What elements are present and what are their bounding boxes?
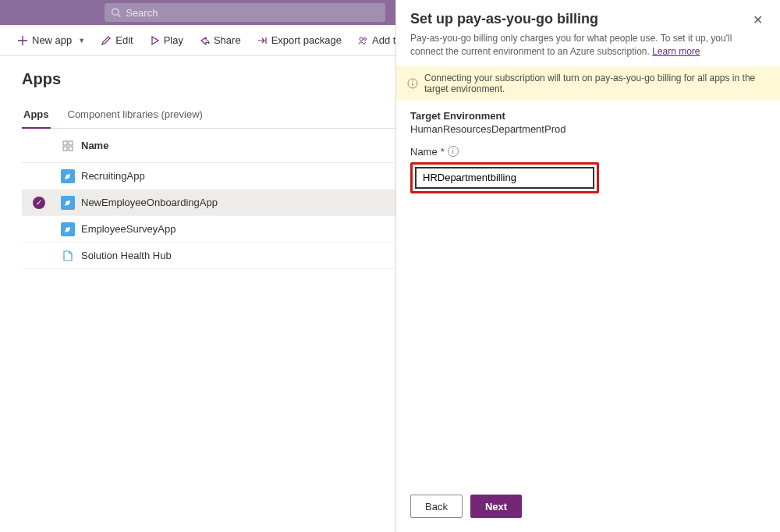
- cmd-label: New app: [32, 34, 72, 46]
- search-icon: [111, 7, 121, 18]
- teams-icon: [357, 35, 368, 46]
- close-icon[interactable]: ✕: [750, 11, 766, 29]
- panel-title: Set up pay-as-you-go billing: [410, 11, 598, 27]
- cmd-label: Export package: [271, 34, 342, 46]
- layout-icon[interactable]: [56, 140, 80, 151]
- svg-point-3: [363, 37, 366, 40]
- learn-more-link[interactable]: Learn more: [652, 46, 700, 57]
- plus-icon: [17, 35, 28, 46]
- svg-rect-8: [69, 147, 73, 151]
- svg-point-2: [360, 37, 363, 41]
- play-button[interactable]: Play: [141, 25, 191, 56]
- share-button[interactable]: Share: [191, 25, 249, 56]
- svg-line-1: [118, 14, 120, 16]
- cmd-label: Play: [164, 34, 183, 46]
- canvas-app-icon: [61, 196, 75, 210]
- solution-hub-icon: [61, 249, 75, 263]
- required-indicator: *: [441, 146, 445, 158]
- billing-panel: Set up pay-as-you-go billing ✕ Pay-as-yo…: [395, 0, 780, 532]
- global-search[interactable]: [105, 3, 385, 22]
- row-selected-indicator[interactable]: [33, 197, 45, 209]
- billing-name-input[interactable]: [415, 167, 594, 189]
- svg-rect-6: [69, 141, 73, 145]
- svg-rect-11: [412, 83, 413, 86]
- pencil-icon: [101, 35, 112, 46]
- name-field-label: Name * i: [410, 146, 766, 158]
- panel-footer: Back Next: [396, 487, 780, 532]
- target-env-label: Target Environment: [410, 110, 766, 122]
- canvas-app-icon: [61, 169, 75, 183]
- cmd-label: Share: [214, 34, 241, 46]
- target-env-value: HumanResourcesDepartmentProd: [410, 123, 766, 135]
- svg-rect-5: [63, 141, 67, 145]
- back-button[interactable]: Back: [410, 495, 463, 518]
- app-launcher[interactable]: [0, 0, 34, 25]
- play-icon: [149, 35, 160, 46]
- new-app-button[interactable]: New app ▼: [9, 25, 93, 56]
- name-label-text: Name: [410, 146, 438, 158]
- tab-apps[interactable]: Apps: [22, 102, 51, 128]
- chevron-down-icon: ▼: [78, 37, 85, 44]
- banner-text: Connecting your subscription will turn o…: [424, 73, 769, 94]
- cmd-label: Edit: [115, 34, 133, 46]
- edit-button[interactable]: Edit: [93, 25, 140, 56]
- svg-rect-7: [63, 147, 67, 151]
- export-icon: [257, 35, 268, 46]
- info-banner: Connecting your subscription will turn o…: [396, 66, 780, 101]
- search-input[interactable]: [126, 7, 379, 19]
- canvas-app-icon: [61, 222, 75, 236]
- export-button[interactable]: Export package: [249, 25, 349, 56]
- highlight-frame: [410, 162, 599, 193]
- svg-point-10: [412, 80, 413, 82]
- next-button[interactable]: Next: [470, 495, 522, 518]
- tab-component-libraries[interactable]: Component libraries (preview): [66, 102, 204, 128]
- panel-description: Pay-as-you-go billing only charges you f…: [410, 32, 766, 59]
- info-icon: [407, 78, 418, 89]
- share-icon: [199, 35, 210, 46]
- info-icon[interactable]: i: [448, 146, 459, 157]
- svg-point-0: [112, 9, 119, 15]
